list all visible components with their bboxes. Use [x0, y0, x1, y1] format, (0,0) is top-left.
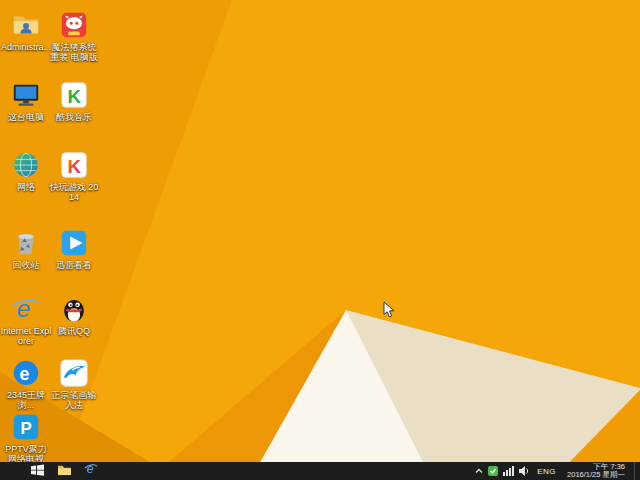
icon-label: 回收站 — [13, 260, 40, 270]
desktop-icon-qq[interactable]: 腾讯QQ — [48, 294, 100, 336]
icon-label: 快玩游戏 2014 — [48, 182, 100, 202]
icon-label: 2345王牌浏... — [0, 390, 52, 410]
icon-label: Administra... — [1, 42, 51, 52]
icon-label: 迅雷看看 — [56, 260, 92, 270]
ie-icon: e — [11, 294, 41, 324]
language-indicator[interactable]: ENG — [535, 467, 558, 476]
system-tray: ENG 下午 7:36 2016/1/25 星期一 — [475, 462, 640, 480]
icon-label: Internet Explorer — [0, 326, 52, 346]
magic-pig-icon — [59, 10, 89, 40]
desktop-icon-kuwo[interactable]: K 酷我音乐 — [48, 80, 100, 122]
icon-label: PPTV聚力 网络电视 — [0, 444, 52, 464]
desktop[interactable]: Administra... 这台电脑 网络 回收站 e Internet Exp… — [0, 0, 640, 480]
desktop-icon-kwan-games[interactable]: K 快玩游戏 2014 — [48, 150, 100, 202]
desktop-icon-administrator[interactable]: Administra... — [0, 10, 52, 52]
browser-2345-icon: e — [11, 358, 41, 388]
qq-penguin-icon — [59, 294, 89, 324]
taskbar-file-explorer-button[interactable] — [51, 462, 78, 480]
taskbar-clock[interactable]: 下午 7:36 2016/1/25 星期一 — [563, 462, 629, 480]
svg-text:e: e — [19, 364, 29, 384]
bihua-bird-icon — [59, 358, 89, 388]
desktop-icon-video-player[interactable]: 迅雷看看 — [48, 228, 100, 270]
network-globe-icon — [11, 150, 41, 180]
icon-label: 酷我音乐 — [56, 112, 92, 122]
taskbar: e ENG 下午 7:36 2016/1/25 星期一 — [0, 462, 640, 480]
video-player-icon — [59, 228, 89, 258]
kwan-games-icon: K — [59, 150, 89, 180]
show-desktop-button[interactable] — [634, 462, 640, 480]
windows-logo-icon — [30, 462, 45, 480]
ie-taskbar-icon: e — [84, 462, 98, 480]
desktop-icon-internet-explorer[interactable]: e Internet Explorer — [0, 294, 52, 346]
icon-label: 这台电脑 — [8, 112, 44, 122]
desktop-icon-this-pc[interactable]: 这台电脑 — [0, 80, 52, 122]
clock-date: 2016/1/25 星期一 — [567, 471, 625, 479]
svg-text:e: e — [17, 295, 31, 322]
desktop-icon-magic-pig[interactable]: 魔法猪系统重装 电脑版 — [48, 10, 100, 62]
pptv-icon: P — [11, 412, 41, 442]
desktop-icon-2345-browser[interactable]: e 2345王牌浏... — [0, 358, 52, 410]
folder-icon — [57, 462, 72, 480]
volume-tray-icon[interactable] — [519, 466, 530, 476]
icon-label: 魔法猪系统重装 电脑版 — [48, 42, 100, 62]
start-button[interactable] — [24, 462, 51, 480]
computer-icon — [11, 80, 41, 110]
svg-text:K: K — [67, 156, 81, 177]
desktop-icon-network[interactable]: 网络 — [0, 150, 52, 192]
desktop-icon-bihua-input[interactable]: 正宗笔画输入法 — [48, 358, 100, 410]
taskbar-internet-explorer-button[interactable]: e — [78, 462, 104, 480]
hidden-icons-chevron[interactable] — [475, 467, 483, 475]
desktop-icon-pptv[interactable]: P PPTV聚力 网络电视 — [0, 412, 52, 464]
green-app-tray-icon[interactable] — [488, 466, 498, 476]
svg-text:K: K — [67, 86, 81, 107]
kuwo-icon: K — [59, 80, 89, 110]
icon-label: 腾讯QQ — [58, 326, 90, 336]
icon-label: 网络 — [17, 182, 35, 192]
icon-label: 正宗笔画输入法 — [48, 390, 100, 410]
desktop-icon-recycle-bin[interactable]: 回收站 — [0, 228, 52, 270]
user-folder-icon — [11, 10, 41, 40]
network-tray-icon[interactable] — [503, 466, 514, 476]
recycle-bin-icon — [11, 228, 41, 258]
svg-text:P: P — [20, 419, 31, 438]
